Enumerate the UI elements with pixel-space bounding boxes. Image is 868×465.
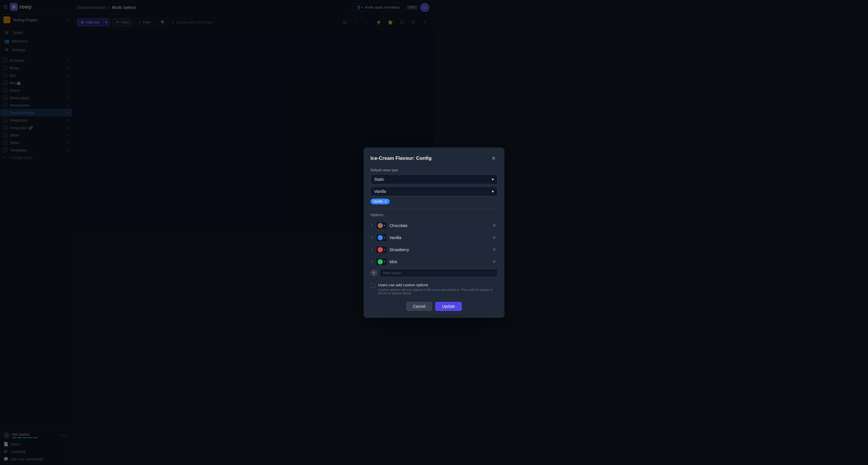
- default-value-type-label: Default value type: [370, 168, 434, 172]
- modal-header: Ice-Cream Flavour: Config ✕: [370, 154, 434, 162]
- drag-handle-icon[interactable]: ⠿: [370, 223, 373, 228]
- remove-vanilla-tag[interactable]: ✕: [384, 199, 388, 204]
- default-value-type-select[interactable]: Static ▾: [370, 175, 434, 184]
- color-picker-chocolate[interactable]: ▾: [376, 222, 387, 229]
- divider: [370, 209, 434, 209]
- option-row-vanilla: ⠿ ▾ Vanilla ✕: [370, 232, 434, 233]
- options-label: Options: [370, 213, 434, 217]
- modal-overlay: Ice-Cream Flavour: Config ✕ Default valu…: [0, 0, 434, 232]
- color-dot-chocolate: [378, 223, 383, 228]
- selected-tags: Vanilla ✕: [370, 198, 434, 204]
- modal-title: Ice-Cream Flavour: Config: [370, 155, 432, 161]
- modal: Ice-Cream Flavour: Config ✕ Default valu…: [364, 148, 434, 233]
- option-name-chocolate: Chocolate: [390, 223, 434, 228]
- value-select[interactable]: Vanilla ▾: [370, 187, 434, 196]
- option-row-chocolate: ⠿ ▾ Chocolate ✕: [370, 220, 434, 231]
- chevron-down-icon: ▾: [384, 224, 385, 227]
- vanilla-tag: Vanilla ✕: [370, 198, 390, 204]
